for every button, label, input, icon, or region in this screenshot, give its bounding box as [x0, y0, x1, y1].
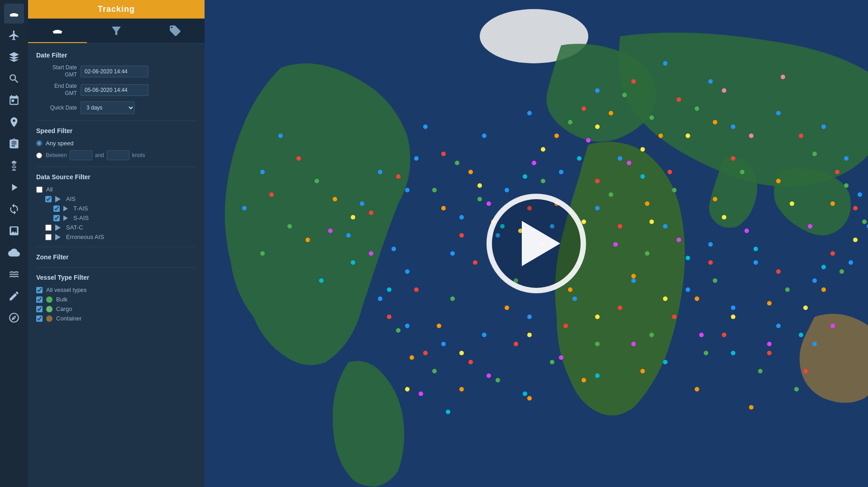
svg-point-150	[582, 220, 586, 224]
svg-point-6	[482, 134, 486, 138]
vt-container-row[interactable]: Container	[36, 315, 196, 322]
nav-anchor[interactable]	[4, 156, 24, 176]
nav-cloud[interactable]	[4, 243, 24, 263]
ds-tais-row[interactable]: T-AIS	[53, 205, 196, 212]
nav-vessel[interactable]	[4, 4, 24, 24]
svg-point-162	[351, 215, 355, 220]
svg-point-10	[378, 170, 382, 174]
tab-tag[interactable]	[146, 19, 205, 43]
svg-point-173	[830, 324, 835, 328]
svg-point-114	[260, 251, 265, 256]
svg-point-68	[473, 260, 477, 265]
ds-satc-arrow	[55, 224, 61, 231]
tab-ship[interactable]	[28, 19, 87, 43]
quick-date-select[interactable]: 1 day 3 days 7 days 30 days	[81, 101, 135, 114]
svg-point-146	[640, 147, 645, 152]
svg-point-130	[695, 296, 699, 301]
play-button[interactable]	[486, 194, 586, 293]
ds-erroneous-label: Erroneous AIS	[66, 234, 104, 240]
nav-compass[interactable]	[4, 308, 24, 328]
svg-point-145	[595, 124, 600, 129]
svg-point-96	[839, 269, 844, 274]
speed-radio-group: Any speed Between and knots	[36, 140, 196, 160]
vt-bulk-row[interactable]: Bulk	[36, 296, 196, 303]
svg-point-197	[319, 278, 324, 283]
svg-point-40	[572, 296, 577, 301]
ds-tais-checkbox[interactable]	[53, 205, 60, 212]
nav-play[interactable]	[4, 177, 24, 197]
vt-container-checkbox[interactable]	[36, 315, 43, 322]
svg-point-37	[441, 342, 446, 346]
nav-waves[interactable]	[4, 264, 24, 284]
svg-point-155	[803, 306, 808, 310]
ds-all-checkbox[interactable]	[36, 186, 43, 193]
svg-point-165	[627, 161, 631, 165]
svg-point-89	[541, 179, 545, 183]
vt-all-row[interactable]: All vessel types	[36, 286, 196, 293]
speed-between-row[interactable]: Between and knots	[36, 150, 196, 160]
vt-cargo-checkbox[interactable]	[36, 306, 43, 312]
svg-point-85	[695, 106, 699, 111]
svg-point-91	[672, 188, 677, 192]
tab-filter[interactable]	[87, 19, 146, 43]
date-filter-title: Date Filter	[36, 52, 196, 59]
speed-from-input[interactable]	[70, 150, 92, 160]
svg-point-59	[731, 156, 735, 161]
svg-point-174	[767, 342, 772, 346]
svg-point-8	[423, 124, 428, 129]
speed-any-row[interactable]: Any speed	[36, 140, 196, 147]
svg-point-124	[713, 197, 717, 201]
vt-all-checkbox[interactable]	[36, 287, 43, 293]
svg-point-20	[776, 111, 781, 115]
nav-expand[interactable]	[4, 221, 24, 241]
svg-point-175	[699, 333, 704, 337]
nav-refresh[interactable]	[4, 199, 24, 219]
svg-point-136	[459, 387, 464, 392]
svg-point-57	[595, 179, 600, 183]
svg-point-65	[708, 260, 713, 265]
svg-point-140	[695, 387, 699, 392]
speed-to-input[interactable]	[107, 150, 129, 160]
start-date-input[interactable]	[81, 66, 148, 77]
zone-filter-title: Zone Filter	[36, 253, 196, 261]
speed-between-radio[interactable]	[36, 153, 42, 158]
panel-title: Tracking	[98, 5, 135, 14]
svg-point-111	[794, 387, 799, 392]
svg-point-81	[269, 192, 274, 197]
svg-point-84	[649, 115, 654, 120]
nav-calendar[interactable]	[4, 91, 24, 110]
ds-sais-checkbox[interactable]	[53, 215, 60, 221]
svg-point-170	[744, 229, 749, 233]
svg-point-5	[527, 111, 532, 115]
svg-point-180	[369, 251, 373, 256]
svg-point-199	[781, 75, 785, 79]
ds-ais-row[interactable]: AIS	[45, 196, 196, 202]
ds-all-row[interactable]: All	[36, 186, 196, 193]
svg-point-137	[527, 396, 532, 401]
ds-erroneous-row[interactable]: Erroneous AIS	[45, 234, 196, 240]
ds-ais-checkbox[interactable]	[45, 196, 52, 202]
ds-satc-checkbox[interactable]	[45, 224, 52, 231]
nav-clipboard[interactable]	[4, 134, 24, 154]
ds-sais-row[interactable]: S-AIS	[53, 215, 196, 221]
vt-all-label: All vessel types	[46, 286, 87, 293]
ds-erroneous-checkbox[interactable]	[45, 234, 52, 240]
svg-point-159	[527, 333, 532, 337]
svg-point-133	[505, 306, 509, 310]
ds-satc-row[interactable]: SAT-C	[45, 224, 196, 231]
svg-point-30	[595, 206, 600, 210]
speed-any-radio[interactable]	[36, 140, 42, 146]
ds-sais-arrow	[63, 215, 68, 221]
svg-point-125	[776, 179, 781, 183]
nav-search[interactable]	[4, 69, 24, 89]
svg-point-61	[835, 170, 839, 174]
nav-notes[interactable]	[4, 286, 24, 306]
nav-plane[interactable]	[4, 25, 24, 45]
vt-bulk-checkbox[interactable]	[36, 296, 43, 303]
nav-location[interactable]	[4, 112, 24, 132]
nav-layers[interactable]	[4, 47, 24, 67]
svg-point-48	[242, 206, 247, 210]
vt-cargo-row[interactable]: Cargo	[36, 306, 196, 312]
end-date-input[interactable]	[81, 84, 148, 96]
svg-point-110	[758, 369, 763, 373]
